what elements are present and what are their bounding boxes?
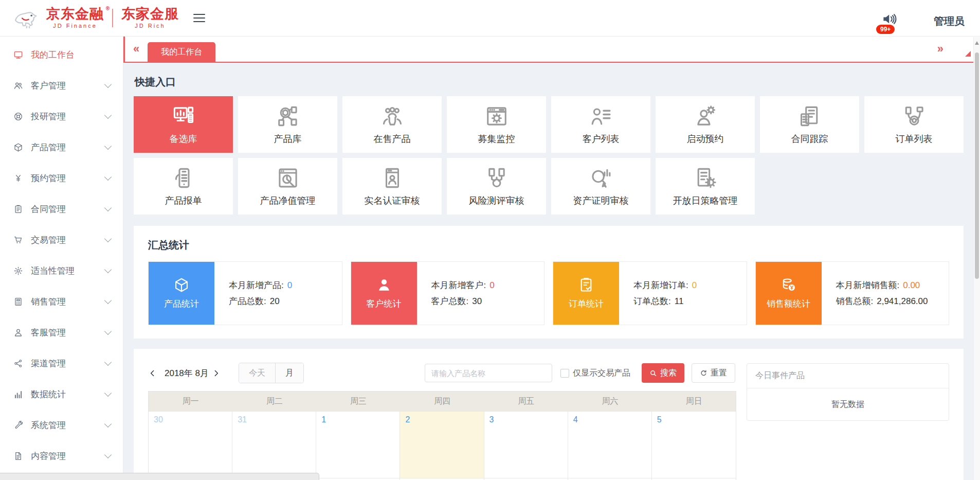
stat-card-color-block: 客户统计 [351,262,417,325]
quick-card-5[interactable]: 客户列表 [551,96,650,153]
quick-card-11[interactable]: 实名认证审核 [342,158,442,215]
quick-entry-title: 快捷入口 [135,75,964,89]
stat-line2-value: 11 [675,296,684,306]
quick-card-12[interactable]: 风险测评审核 [447,158,546,215]
calendar-day-11[interactable]: 11 [568,478,652,480]
stat-card-values: 本月新增产品:0产品总数:20 [214,262,292,325]
calendar-day-8[interactable]: 8 [316,478,400,480]
chevron-down-icon [104,420,112,428]
sidebar-item-label: 内容管理 [31,450,105,462]
jd-dog-logo-icon [13,7,42,29]
stat-card-color-block: 产品统计 [149,262,214,325]
day-number: 2 [400,412,410,424]
doc-icon [13,451,23,461]
quick-card-6[interactable]: 启动预约 [656,96,755,153]
sidebar-item-1[interactable]: 我的工作台 [0,39,123,70]
stat-line1-value: 0.00 [903,280,920,290]
quick-card-9[interactable]: 产品报单 [134,158,233,215]
calendar-day-9[interactable]: 9 [400,478,484,480]
sidebar-item-7[interactable]: 交易管理 [0,224,123,255]
calendar-day-1[interactable]: 1 [316,411,400,478]
sidebar-item-10[interactable]: 客服管理 [0,317,123,348]
stat-line1-value: 0 [692,280,697,290]
calendar-day-4[interactable]: 4 [568,411,652,478]
sidebar-item-6[interactable]: 合同管理 [0,193,123,224]
quick-card-label: 客户列表 [583,133,620,145]
calendar-prev-month-icon[interactable] [148,366,161,380]
calc-doc-icon [798,104,822,128]
quick-card-1[interactable]: 备选库 [134,96,233,153]
stat-line1-label: 本月新增客户: [431,280,486,290]
sidebar-item-5[interactable]: 预约管理 [0,163,123,193]
summary-title: 汇总统计 [148,238,949,252]
today-button[interactable]: 今天 [239,363,276,383]
vertical-scrollbar[interactable] [973,37,980,480]
sidebar-item-3[interactable]: 投研管理 [0,101,123,132]
month-view-button[interactable]: 月 [276,363,303,383]
product-name-search-input[interactable] [425,364,552,382]
logo-secondary-sub: JD Rich [135,23,166,29]
chevron-down-icon [104,328,112,335]
calendar-day-31[interactable]: 31 [232,411,316,478]
stat-card-label: 产品统计 [164,298,199,310]
quick-card-2[interactable]: 产品库 [238,96,337,153]
sidebar-item-4[interactable]: 产品管理 [0,132,123,163]
quick-card-label: 产品报单 [165,194,202,207]
stat-card-values: 本月新增订单:0订单总数:11 [619,262,697,325]
box-network-icon [276,104,300,128]
quick-card-7[interactable]: 合同跟踪 [760,96,859,153]
monitor-chart-icon [172,104,195,128]
reset-button[interactable]: 重置 [692,363,735,383]
tab-scroll-right[interactable]: » [929,43,952,55]
stat-line2-value: 2,941,286.00 [877,296,928,306]
refresh-icon [700,369,707,377]
stat-line2-label: 产品总数: [229,296,266,306]
notification-speaker-icon[interactable]: 99+ [880,11,898,29]
checkbox-box[interactable] [560,369,569,378]
sidebar-item-9[interactable]: 销售管理 [0,286,123,317]
search-button[interactable]: 搜索 [642,363,684,383]
chevron-down-icon [104,112,112,119]
calendar-day-12[interactable]: 12 [652,478,736,480]
cart-icon [13,235,23,245]
stat-line2-value: 30 [472,296,482,306]
chevron-down-icon [104,359,112,366]
quick-card-label: 资产证明审核 [573,194,629,207]
calendar-day-5[interactable]: 5 [652,411,736,478]
browser-gear-icon [485,104,509,128]
calendar-day-2[interactable]: 2 [400,411,484,478]
sidebar-item-13[interactable]: 系统管理 [0,410,123,440]
sidebar-item-label: 适当性管理 [31,265,105,277]
brand-logo: 京东金融® JD Finance 东家金服 JD Rich [13,7,179,29]
quick-card-4[interactable]: 募集监控 [447,96,546,153]
quick-card-13[interactable]: 资产证明审核 [551,158,650,215]
calendar-next-month-icon[interactable] [212,366,225,380]
calendar-day-3[interactable]: 3 [484,411,568,478]
quick-entry-grid: 备选库产品库在售产品募集监控客户列表启动预约合同跟踪订单列表产品报单产品净值管理… [134,96,964,215]
user-menu[interactable]: 管理员 [934,14,965,28]
trade-products-only-checkbox[interactable]: 仅显示交易产品 [560,368,630,379]
users-icon [13,81,23,91]
sidebar-item-8[interactable]: 适当性管理 [0,255,123,286]
chevron-down-icon [104,451,112,458]
quick-card-10[interactable]: 产品净值管理 [238,158,337,215]
quick-card-3[interactable]: 在售产品 [342,96,442,153]
tab-corner-decoration [965,51,971,57]
calendar-day-30[interactable]: 30 [149,411,232,478]
notification-badge: 99+ [876,25,895,34]
clipboard-icon [13,204,23,214]
scrollbar-thumb[interactable] [975,52,979,279]
sidebar-item-label: 投研管理 [31,111,105,122]
gear-icon [13,266,23,276]
calendar-day-10[interactable]: 10 [484,478,568,480]
sidebar-item-14[interactable]: 内容管理 [0,440,123,471]
quick-card-14[interactable]: 开放日策略管理 [656,158,755,215]
sidebar-item-2[interactable]: 客户管理 [0,70,123,101]
scrollbar-up-arrow-icon[interactable] [975,41,979,45]
tab-scroll-left[interactable]: « [125,43,148,55]
sidebar-item-11[interactable]: 渠道管理 [0,348,123,379]
sidebar-item-12[interactable]: 数据统计 [0,379,123,410]
quick-card-8[interactable]: 订单列表 [864,96,964,153]
tab-my-workbench[interactable]: 我的工作台 [148,42,215,62]
menu-toggle-icon[interactable] [190,8,208,28]
